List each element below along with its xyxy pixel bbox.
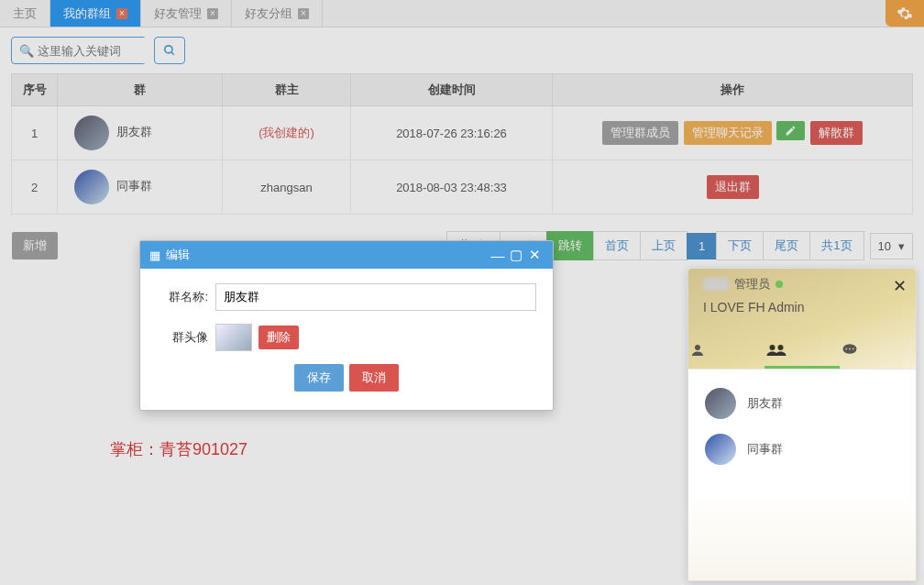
col-created: 创建时间 [351,74,553,106]
chat-panel: ✕ 管理员 I LOVE FH Admin 朋友群 同事群 [688,268,917,581]
chat-group-item[interactable]: 同事群 [701,426,903,472]
add-button[interactable]: 新增 [12,232,58,259]
total-pages: 共1页 [809,231,864,260]
col-group: 群 [58,74,223,106]
owner-me-label: (我创建的) [258,126,314,139]
tab-label: 好友分组 [245,6,292,22]
chat-group-item[interactable]: 朋友群 [701,381,903,426]
cell-created: 2018-08-03 23:48:33 [351,160,553,215]
tab-label: 主页 [13,6,37,22]
close-icon[interactable]: ✕ [893,276,907,296]
user-suffix: 管理员 [734,276,770,292]
table-row: 2 同事群 zhangsan 2018-08-03 23:48:33 退出群 [12,160,913,215]
svg-point-6 [846,348,848,350]
svg-point-8 [852,348,854,350]
dialog-title: 编辑 [166,247,190,263]
tab-friends-manage[interactable]: 好友管理× [141,0,232,27]
col-ops: 操作 [553,74,913,106]
next-page[interactable]: 下页 [716,231,764,260]
tab-home[interactable]: 主页 [0,0,50,27]
person-icon [688,342,707,359]
chat-header: ✕ 管理员 I LOVE FH Admin [688,269,916,370]
group-avatar [74,116,109,150]
cell-owner: zhangsan [223,160,351,215]
group-avatar [705,434,736,465]
save-button[interactable]: 保存 [294,364,344,392]
first-page[interactable]: 首页 [593,231,641,260]
search-icon [163,44,176,57]
search-icon: 🔍 [19,44,34,58]
form-row-avatar: 群头像 删除 [157,324,536,351]
chat-icon [840,342,860,359]
last-page[interactable]: 尾页 [763,231,810,260]
svg-point-7 [849,348,851,350]
current-user: 管理员 [703,276,783,292]
svg-point-3 [769,345,775,350]
delete-avatar-button[interactable]: 删除 [258,326,299,349]
people-icon [764,342,788,359]
maximize-button[interactable]: ▢ [507,247,525,263]
svg-point-2 [695,345,700,350]
group-name-input[interactable] [215,283,536,311]
chat-tab-contacts[interactable] [688,335,764,369]
close-icon[interactable]: × [298,8,309,19]
svg-point-4 [777,345,783,350]
group-name: 朋友群 [747,395,783,412]
tab-label: 好友管理 [154,6,202,22]
svg-point-0 [165,46,172,53]
manage-chat-button[interactable]: 管理聊天记录 [684,121,772,145]
chevron-down-icon: ▾ [898,239,905,253]
prev-page[interactable]: 上页 [640,231,688,260]
user-status: I LOVE FH Admin [703,300,804,315]
cell-owner: (我创建的) [223,106,351,160]
current-page[interactable]: 1 [687,233,717,259]
field-label: 群名称: [157,289,208,305]
minimize-button[interactable]: — [489,248,507,263]
group-name: 同事群 [116,179,152,193]
chat-tab-groups[interactable] [764,335,841,369]
page-size-select[interactable]: 10▾ [870,233,913,259]
dialog-titlebar[interactable]: ▦ 编辑 — ▢ ✕ [140,241,553,269]
group-name: 同事群 [747,441,783,458]
close-icon[interactable]: × [207,8,218,19]
close-button[interactable]: ✕ [525,247,544,263]
search-row: 🔍 [0,28,924,73]
window-icon: ▦ [149,248,160,262]
pencil-icon [785,125,797,137]
cell-ops: 退出群 [553,160,913,215]
chat-list: 朋友群 同事群 [688,370,916,580]
avatar-thumbnail[interactable] [215,324,252,351]
cell-group: 同事群 [58,160,223,215]
cell-ops: 管理群成员 管理聊天记录 解散群 [553,106,913,160]
blurred-name [703,278,729,291]
table-row: 1 朋友群 (我创建的) 2018-07-26 23:16:26 管理群成员 管… [12,106,913,160]
col-seq: 序号 [12,74,58,106]
leave-button[interactable]: 退出群 [707,175,759,199]
form-row-name: 群名称: [157,283,536,311]
cell-created: 2018-07-26 23:16:26 [351,106,553,160]
table-header-row: 序号 群 群主 创建时间 操作 [12,74,913,106]
tabs-bar: 主页 我的群组× 好友管理× 好友分组× [0,0,924,28]
manage-members-button[interactable]: 管理群成员 [602,121,678,145]
cell-seq: 2 [12,160,58,215]
cancel-button[interactable]: 取消 [349,364,399,392]
chat-tabs [688,335,916,369]
chat-tab-messages[interactable] [840,335,916,369]
close-icon[interactable]: × [116,8,127,19]
tab-label: 我的群组 [63,6,111,22]
groups-table: 序号 群 群主 创建时间 操作 1 朋友群 (我创建的) 2018-07-26 … [11,73,913,215]
search-button[interactable] [154,37,185,64]
edit-dialog: ▦ 编辑 — ▢ ✕ 群名称: 群头像 删除 保存 取消 [139,240,554,411]
svg-line-1 [171,52,174,55]
edit-button[interactable] [776,121,805,140]
disband-button[interactable]: 解散群 [810,121,863,145]
search-box[interactable]: 🔍 [11,37,147,64]
cell-group: 朋友群 [58,106,223,160]
settings-gear[interactable] [886,0,924,27]
watermark-text: 掌柜：青苔901027 [110,438,248,460]
tab-friends-group[interactable]: 好友分组× [232,0,323,27]
tab-my-groups[interactable]: 我的群组× [50,0,141,27]
group-name: 朋友群 [116,125,152,138]
col-owner: 群主 [223,74,351,106]
gear-icon [896,6,913,22]
